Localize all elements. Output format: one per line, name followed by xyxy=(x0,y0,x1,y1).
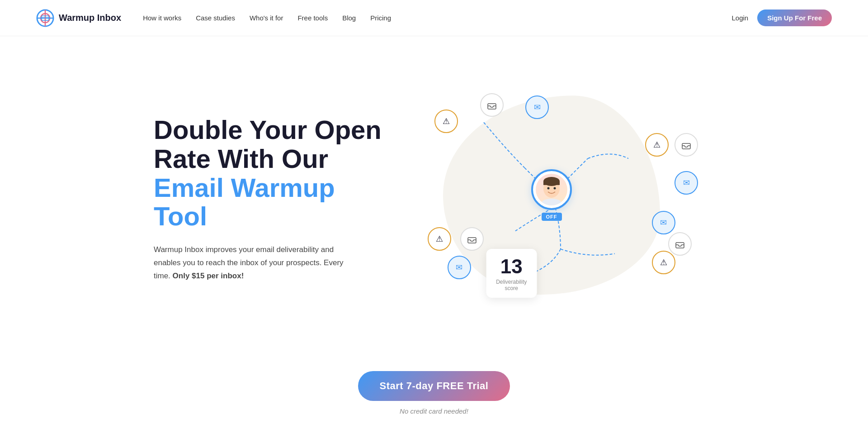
avatar-svg xyxy=(538,176,565,205)
hero-content: Double Your Open Rate With Our Email War… xyxy=(154,115,389,283)
avatar-face xyxy=(536,174,567,205)
brand-name: Warmup Inbox xyxy=(59,13,121,23)
hero-title-line1: Double Your Open xyxy=(154,115,382,144)
nav-pricing[interactable]: Pricing xyxy=(370,14,391,22)
login-button[interactable]: Login xyxy=(731,14,748,22)
avatar-ring xyxy=(531,169,572,210)
envelope-icon-2: ✉ xyxy=(683,178,690,188)
nav-case-studies[interactable]: Case studies xyxy=(196,14,235,22)
center-avatar: OFF xyxy=(531,169,572,221)
nav-blog[interactable]: Blog xyxy=(342,14,356,22)
svg-rect-12 xyxy=(543,181,560,185)
brand-logo[interactable]: Warmup Inbox xyxy=(36,9,121,27)
hero-section: Double Your Open Rate With Our Email War… xyxy=(118,36,750,353)
nav-links: How it works Case studies Who's it for F… xyxy=(143,14,731,22)
inbox-icon-2 xyxy=(681,140,691,150)
signup-button[interactable]: Sign Up For Free xyxy=(757,10,832,26)
score-number: 13 xyxy=(496,255,527,278)
svg-point-15 xyxy=(542,199,561,205)
navigation: Warmup Inbox How it works Case studies W… xyxy=(0,0,868,36)
hero-illustration: ⚠ ✉ ⚠ xyxy=(389,81,714,317)
inbox-icon-4 xyxy=(675,239,685,249)
logo-icon xyxy=(36,9,54,27)
envelope-icon-circle-2: ✉ xyxy=(675,171,698,195)
svg-point-13 xyxy=(547,187,550,189)
nav-how-it-works[interactable]: How it works xyxy=(143,14,181,22)
hero-title-line3: Email Warmup Tool xyxy=(154,173,335,231)
svg-rect-7 xyxy=(682,143,690,149)
hero-description: Warmup Inbox improves your email deliver… xyxy=(154,243,344,283)
node-inbox-2 xyxy=(675,133,698,157)
node-inbox-4 xyxy=(668,232,692,256)
hero-title-line2: Rate With Our xyxy=(154,144,328,173)
score-label: Deliverabilityscore xyxy=(496,279,527,291)
inbox-icon-circle-2 xyxy=(675,133,698,157)
nav-whos-it-for[interactable]: Who's it for xyxy=(250,14,283,22)
svg-point-14 xyxy=(554,187,556,189)
cta-note: No credit card needed! xyxy=(400,407,468,415)
node-envelope-2: ✉ xyxy=(675,171,698,195)
cta-section: Start 7-day FREE Trial No credit card ne… xyxy=(0,353,868,442)
hero-title: Double Your Open Rate With Our Email War… xyxy=(154,115,389,231)
trial-button[interactable]: Start 7-day FREE Trial xyxy=(358,371,510,401)
nav-actions: Login Sign Up For Free xyxy=(731,10,832,26)
nav-free-tools[interactable]: Free tools xyxy=(297,14,328,22)
svg-rect-9 xyxy=(676,243,684,248)
inbox-icon-circle-4 xyxy=(668,232,692,256)
off-badge: OFF xyxy=(542,213,562,221)
score-card: 13 Deliverabilityscore xyxy=(486,249,537,298)
hero-desc-highlight: Only $15 per inbox! xyxy=(173,272,244,280)
